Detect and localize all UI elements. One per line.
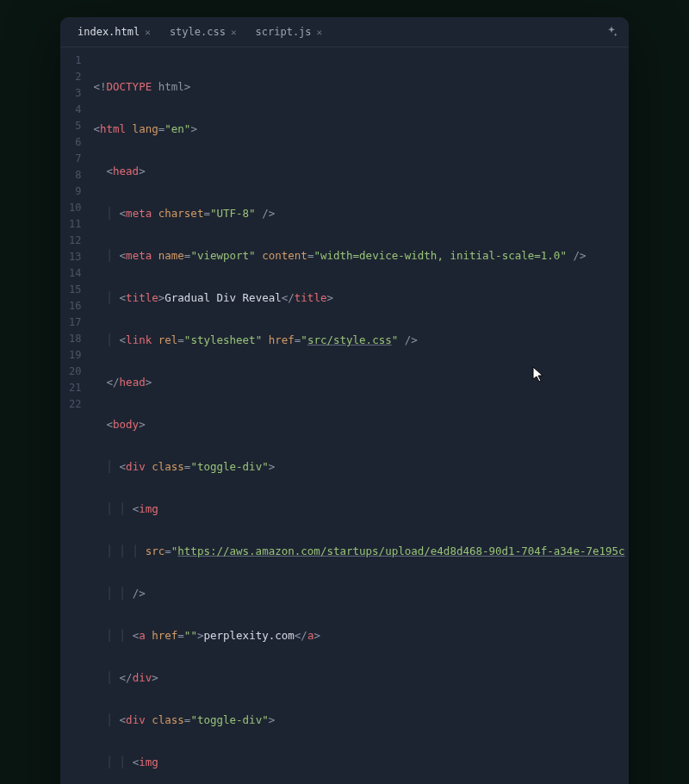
tabs-bar: index.html ✕ style.css ✕ script.js ✕: [60, 17, 629, 47]
tab-label: style.css: [170, 26, 226, 38]
tab-script-js[interactable]: script.js ✕: [249, 22, 330, 41]
tab-index-html[interactable]: index.html ✕: [71, 22, 158, 41]
tab-label: script.js: [256, 26, 312, 38]
sparkle-icon[interactable]: [605, 25, 618, 39]
code-editor[interactable]: 1 2 3 4 5 6 7 8 9 10 11 12 13 14 15 16 1…: [60, 47, 629, 784]
tab-label: index.html: [78, 26, 140, 38]
code-content[interactable]: <!DOCTYPE html> <html lang="en"> <head> …: [93, 47, 624, 784]
close-icon[interactable]: ✕: [231, 27, 237, 38]
editor-window: index.html ✕ style.css ✕ script.js ✕ 1 2…: [60, 17, 629, 784]
cursor-icon: [532, 366, 546, 383]
tab-style-css[interactable]: style.css ✕: [163, 22, 244, 41]
line-gutter: 1 2 3 4 5 6 7 8 9 10 11 12 13 14 15 16 1…: [60, 47, 93, 784]
close-icon[interactable]: ✕: [145, 27, 151, 38]
close-icon[interactable]: ✕: [317, 27, 323, 38]
